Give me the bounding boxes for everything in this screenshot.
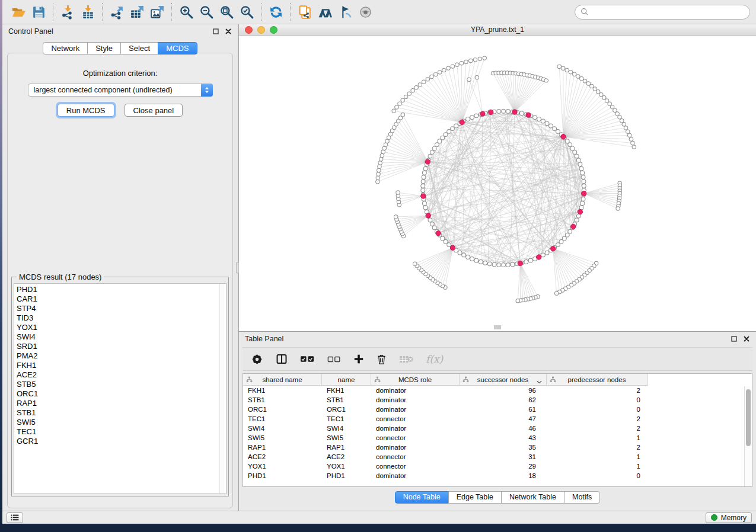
result-node-item[interactable]: STP4 bbox=[17, 304, 226, 313]
table-row[interactable]: SWI4SWI4dominator462 bbox=[243, 424, 752, 433]
column-header-successor-nodes[interactable]: successor nodes bbox=[460, 374, 547, 386]
export-table-button[interactable] bbox=[127, 2, 147, 21]
result-node-item[interactable]: SWI5 bbox=[17, 418, 226, 427]
column-header-predecessor-nodes[interactable]: predecessor nodes bbox=[547, 374, 647, 386]
result-node-item[interactable]: PHD1 bbox=[17, 285, 226, 294]
network-from-selection-button[interactable] bbox=[295, 2, 315, 21]
import-table-button[interactable] bbox=[78, 2, 98, 21]
result-node-item[interactable]: STB5 bbox=[17, 380, 226, 389]
memory-status-icon bbox=[711, 514, 717, 521]
zoom-fit-button[interactable] bbox=[216, 2, 237, 21]
control-panel: Control Panel NetworkStyleSelectMCDS Opt… bbox=[2, 24, 239, 511]
close-window-icon[interactable] bbox=[245, 26, 253, 34]
close-table-panel-icon[interactable] bbox=[743, 335, 750, 342]
toolbar-separator bbox=[53, 3, 53, 21]
search-input[interactable] bbox=[592, 8, 744, 16]
table-row[interactable]: ACE2ACE2connector311 bbox=[243, 452, 752, 462]
tab-mcds[interactable]: MCDS bbox=[158, 42, 197, 55]
table-row[interactable]: TEC1TEC1connector472 bbox=[243, 414, 752, 424]
control-panel-tab-bar: NetworkStyleSelectMCDS bbox=[2, 42, 238, 55]
result-node-item[interactable]: RAP1 bbox=[17, 399, 226, 408]
run-mcds-button[interactable]: Run MCDS bbox=[58, 104, 114, 117]
select-all-columns-icon bbox=[300, 355, 315, 363]
show-columns-button[interactable] bbox=[276, 353, 288, 365]
criterion-dropdown[interactable]: largest connected component (undirected) bbox=[28, 84, 213, 97]
column-header-MCDS-role[interactable]: MCDS role bbox=[371, 374, 460, 386]
zoom-selected-button[interactable] bbox=[237, 2, 257, 21]
column-header-name[interactable]: name bbox=[322, 374, 371, 386]
network-graph[interactable] bbox=[239, 36, 756, 331]
table-cell: SWI4 bbox=[322, 425, 371, 432]
result-node-item[interactable]: FKH1 bbox=[17, 361, 226, 370]
result-node-item[interactable]: SRD1 bbox=[17, 342, 226, 351]
tab-edge-table[interactable]: Edge Table bbox=[448, 491, 502, 504]
result-node-item[interactable]: YOX1 bbox=[17, 323, 226, 332]
zoom-selected-icon bbox=[240, 5, 254, 20]
export-table-icon bbox=[130, 5, 145, 20]
dropdown-stepper-icon[interactable] bbox=[201, 84, 213, 97]
table-row[interactable]: ORC1ORC1dominator610 bbox=[243, 405, 752, 414]
result-node-item[interactable]: GCR1 bbox=[17, 437, 226, 446]
level-of-detail-button[interactable] bbox=[355, 2, 375, 21]
minimize-window-icon[interactable] bbox=[257, 26, 265, 34]
create-column-button[interactable] bbox=[353, 354, 364, 364]
tab-network[interactable]: Network bbox=[43, 42, 88, 55]
network-canvas[interactable] bbox=[239, 36, 756, 331]
tab-style[interactable]: Style bbox=[87, 42, 121, 55]
open-session-button[interactable] bbox=[8, 2, 28, 21]
tab-node-table[interactable]: Node Table bbox=[395, 491, 449, 504]
maximize-window-icon[interactable] bbox=[270, 26, 277, 34]
table-row[interactable]: RAP1RAP1dominator352 bbox=[243, 443, 752, 452]
tab-motifs[interactable]: Motifs bbox=[564, 491, 600, 504]
table-row[interactable]: FKH1FKH1dominator962 bbox=[243, 386, 752, 395]
result-node-item[interactable]: TID3 bbox=[17, 313, 226, 323]
result-node-item[interactable]: SWI4 bbox=[17, 332, 226, 342]
canvas-resize-handle[interactable] bbox=[494, 325, 501, 329]
save-session-button[interactable] bbox=[28, 2, 49, 21]
table-scrollbar-thumb[interactable] bbox=[746, 389, 751, 446]
table-cell: 43 bbox=[460, 434, 547, 441]
tab-network-table[interactable]: Network Table bbox=[501, 491, 564, 504]
mcds-result-list[interactable]: PHD1CAR1STP4TID3YOX1SWI4SRD1PMA2FKH1ACE2… bbox=[14, 283, 227, 494]
table-cell: TEC1 bbox=[322, 415, 371, 422]
float-panel-icon[interactable] bbox=[212, 28, 219, 35]
result-node-item[interactable]: ACE2 bbox=[17, 370, 226, 380]
result-list-scrollbar[interactable] bbox=[219, 284, 226, 493]
mcds-panel: Optimization criterion: largest connecte… bbox=[7, 53, 233, 508]
network-window-titlebar[interactable]: YPA_prune.txt_1 bbox=[239, 24, 756, 36]
result-node-item[interactable]: PMA2 bbox=[17, 351, 226, 361]
find-button[interactable] bbox=[315, 2, 335, 21]
hide-graphics-details-button[interactable] bbox=[335, 2, 355, 21]
zoom-out-button[interactable] bbox=[196, 2, 216, 21]
export-network-button[interactable] bbox=[107, 2, 127, 21]
memory-button[interactable]: Memory bbox=[706, 512, 752, 523]
zoom-in-button[interactable] bbox=[176, 2, 196, 21]
panel-splitter-handle[interactable] bbox=[236, 262, 239, 273]
right-column: YPA_prune.txt_1 Table Panel f(x) bbox=[239, 24, 756, 511]
unselect-all-columns-button[interactable] bbox=[327, 355, 341, 363]
close-panel-button[interactable]: Close panel bbox=[125, 104, 183, 117]
result-node-item[interactable]: TEC1 bbox=[17, 427, 226, 437]
result-node-item[interactable]: STB1 bbox=[17, 408, 226, 418]
table-row[interactable]: PHD1PHD1dominator180 bbox=[243, 471, 752, 480]
result-node-item[interactable]: CAR1 bbox=[17, 294, 226, 304]
export-image-button[interactable] bbox=[147, 2, 167, 21]
column-header-shared-name[interactable]: shared name bbox=[243, 374, 322, 386]
table-row[interactable]: STB1STB1dominator620 bbox=[243, 395, 752, 405]
task-history-button[interactable] bbox=[7, 512, 23, 523]
select-all-columns-button[interactable] bbox=[300, 355, 315, 363]
zoom-fit-icon bbox=[219, 5, 234, 20]
table-row[interactable]: YOX1YOX1connector291 bbox=[243, 462, 752, 471]
result-node-item[interactable]: ORC1 bbox=[17, 389, 226, 399]
table-scrollbar[interactable] bbox=[744, 386, 752, 486]
import-network-button[interactable] bbox=[58, 2, 78, 21]
tab-select[interactable]: Select bbox=[120, 42, 158, 55]
close-panel-icon[interactable] bbox=[225, 28, 232, 35]
table-row[interactable]: SWI5SWI5connector431 bbox=[243, 433, 752, 443]
delete-columns-button[interactable] bbox=[377, 354, 387, 365]
table-cell: STB1 bbox=[322, 396, 371, 403]
apply-layout-button[interactable] bbox=[266, 2, 286, 21]
float-table-panel-icon[interactable] bbox=[731, 335, 738, 342]
network-view-window: YPA_prune.txt_1 bbox=[239, 24, 756, 332]
settings-button[interactable] bbox=[251, 353, 263, 366]
